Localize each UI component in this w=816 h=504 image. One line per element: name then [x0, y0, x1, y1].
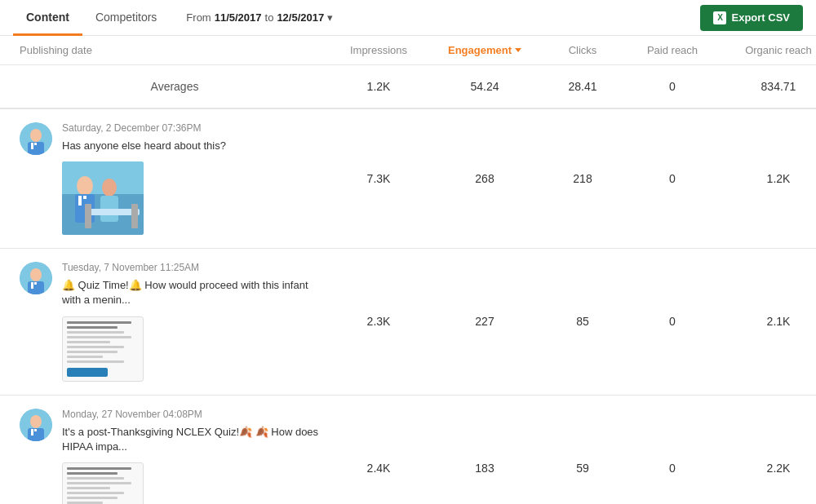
svg-rect-25 [34, 429, 37, 431]
svg-rect-3 [31, 143, 33, 149]
svg-point-1 [30, 129, 42, 142]
post-thumbnail [62, 316, 144, 382]
averages-clicks: 28.41 [542, 80, 623, 93]
post-info: Monday, 27 November 04:08PM It's a post-… [20, 409, 330, 504]
avatar [20, 409, 52, 441]
post-info: Saturday, 2 December 07:36PM Has anyone … [20, 122, 330, 235]
table-header: Publishing date Impressions Engagement C… [0, 36, 816, 65]
svg-point-22 [30, 415, 42, 428]
col-clicks: Clicks [542, 44, 623, 56]
col-organic-reach: Organic reach [721, 44, 816, 56]
svg-rect-19 [31, 282, 33, 289]
post-organic-reach: 2.2K [721, 462, 816, 475]
averages-label: Averages [20, 80, 330, 93]
tab-competitors[interactable]: Competitors [82, 1, 170, 36]
posts-container: Saturday, 2 December 07:36PM Has anyone … [0, 109, 816, 504]
svg-point-7 [77, 176, 93, 196]
post-paid-reach: 0 [623, 315, 721, 328]
post-date: Saturday, 2 December 07:36PM [62, 122, 226, 134]
export-btn-label: Export CSV [731, 11, 790, 24]
post-content: Tuesday, 7 November 11:25AM 🔔 Quiz Time!… [62, 262, 330, 381]
avatar-image [20, 122, 52, 155]
post-title[interactable]: Has anyone else heard about this? [62, 139, 226, 153]
post-engagement: 183 [428, 462, 542, 475]
post-impressions: 2.3K [330, 315, 428, 328]
post-thumbnail [62, 161, 144, 235]
post-clicks: 218 [542, 172, 623, 185]
post-impressions: 2.4K [330, 462, 428, 475]
svg-point-17 [30, 268, 42, 281]
post-clicks: 59 [542, 462, 623, 475]
top-navigation: Content Competitors From 11/5/2017 to 12… [0, 0, 816, 36]
post-paid-reach: 0 [623, 462, 721, 475]
post-content: Monday, 27 November 04:08PM It's a post-… [62, 409, 330, 504]
post-organic-reach: 2.1K [721, 315, 816, 328]
tab-content[interactable]: Content [13, 1, 82, 36]
averages-row: Averages 1.2K 54.24 28.41 0 834.71 [0, 65, 816, 109]
svg-rect-24 [31, 429, 33, 435]
col-engagement[interactable]: Engagement [428, 44, 542, 56]
post-row: Tuesday, 7 November 11:25AM 🔔 Quiz Time!… [0, 249, 816, 395]
averages-organic-reach: 834.71 [721, 80, 816, 93]
date-end: 12/5/2017 [277, 11, 324, 24]
svg-rect-10 [83, 196, 86, 199]
post-info: Tuesday, 7 November 11:25AM 🔔 Quiz Time!… [20, 262, 330, 381]
averages-impressions: 1.2K [330, 80, 428, 93]
post-engagement: 268 [428, 172, 542, 185]
avatar [20, 262, 52, 294]
date-filter[interactable]: From 11/5/2017 to 12/5/2017 ▾ [186, 11, 333, 24]
svg-rect-14 [85, 204, 91, 228]
post-title[interactable]: 🔔 Quiz Time!🔔 How would proceed with thi… [62, 278, 330, 307]
post-impressions: 7.3K [330, 172, 428, 185]
svg-rect-9 [78, 196, 82, 206]
svg-rect-4 [34, 143, 37, 145]
post-title[interactable]: It's a post-Thanksgiving NCLEX Quiz!🍂 🍂 … [62, 425, 330, 454]
post-date: Monday, 27 November 04:08PM [62, 409, 330, 420]
averages-engagement: 54.24 [428, 80, 542, 93]
post-row: Monday, 27 November 04:08PM It's a post-… [0, 396, 816, 504]
averages-paid-reach: 0 [623, 80, 721, 93]
date-to: to [265, 11, 274, 24]
svg-rect-20 [34, 282, 37, 285]
post-clicks: 85 [542, 315, 623, 328]
avatar [20, 122, 52, 155]
post-organic-reach: 1.2K [721, 172, 816, 185]
date-prefix: From [186, 11, 211, 24]
date-chevron-icon: ▾ [327, 11, 333, 24]
post-thumbnail [62, 462, 144, 504]
post-content: Saturday, 2 December 07:36PM Has anyone … [62, 122, 226, 235]
avatar-image [20, 262, 52, 294]
svg-rect-15 [131, 204, 138, 228]
post-engagement: 227 [428, 315, 542, 328]
export-csv-button[interactable]: X Export CSV [700, 5, 803, 31]
engagement-sort-icon [515, 48, 521, 52]
svg-point-11 [102, 179, 117, 197]
col-publishing-date: Publishing date [20, 44, 330, 56]
col-paid-reach: Paid reach [623, 44, 721, 56]
col-impressions: Impressions [330, 44, 428, 56]
excel-icon: X [713, 11, 726, 24]
post-paid-reach: 0 [623, 172, 721, 185]
post-row: Saturday, 2 December 07:36PM Has anyone … [0, 109, 816, 249]
avatar-image [20, 409, 52, 441]
post-date: Tuesday, 7 November 11:25AM [62, 262, 330, 273]
engagement-label: Engagement [448, 44, 512, 56]
date-start: 11/5/2017 [215, 11, 262, 24]
